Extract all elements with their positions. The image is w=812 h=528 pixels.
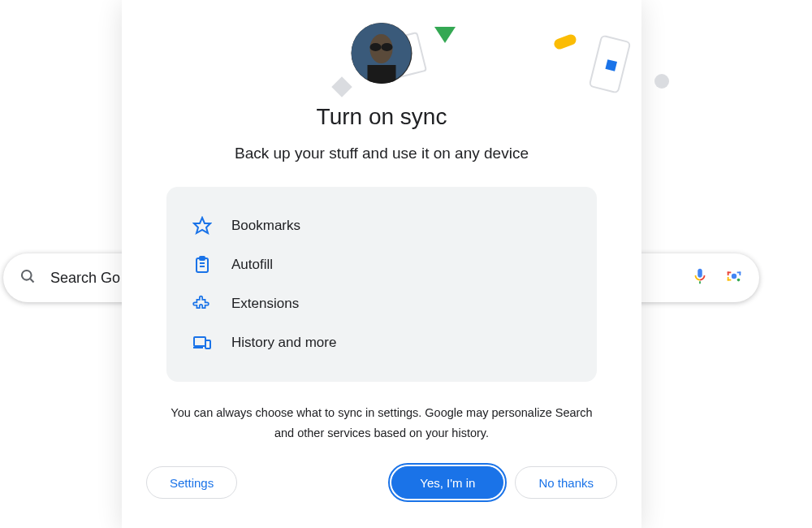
feature-extensions: Extensions <box>192 284 571 323</box>
mic-icon[interactable] <box>691 267 709 288</box>
decline-button[interactable]: No thanks <box>515 466 617 499</box>
devices-icon <box>192 333 212 353</box>
feature-bookmarks: Bookmarks <box>192 206 571 245</box>
feature-label: Autofill <box>231 257 273 273</box>
avatar <box>352 23 412 84</box>
lens-icon[interactable] <box>725 267 743 288</box>
svg-rect-22 <box>205 340 210 348</box>
svg-rect-3 <box>728 272 729 276</box>
svg-rect-5 <box>739 272 741 276</box>
svg-point-9 <box>732 274 736 279</box>
svg-point-0 <box>22 270 32 280</box>
star-icon <box>192 216 212 236</box>
modal-subtitle: Back up your stuff and use it on any dev… <box>235 145 529 162</box>
settings-button[interactable]: Settings <box>146 466 237 499</box>
svg-point-12 <box>370 43 382 51</box>
svg-marker-15 <box>194 218 210 233</box>
hero-illustration <box>122 6 641 100</box>
disclaimer-text: You can always choose what to sync in se… <box>166 403 597 443</box>
feature-label: History and more <box>231 335 336 351</box>
clipboard-icon <box>192 255 212 275</box>
decoration-pill <box>553 33 578 51</box>
search-icon <box>19 268 36 288</box>
svg-point-13 <box>382 43 393 51</box>
modal-title: Turn on sync <box>317 104 447 130</box>
decoration-triangle <box>434 27 456 43</box>
decoration-diamond <box>331 76 352 97</box>
decoration-circle <box>654 74 669 89</box>
svg-point-8 <box>737 279 741 282</box>
svg-rect-14 <box>368 65 396 84</box>
sync-modal: Turn on sync Back up your stuff and use … <box>122 0 641 528</box>
feature-autofill: Autofill <box>192 245 571 284</box>
feature-label: Bookmarks <box>231 218 300 234</box>
svg-line-1 <box>30 279 33 282</box>
svg-rect-7 <box>728 277 729 281</box>
puzzle-icon <box>192 294 212 314</box>
feature-label: Extensions <box>231 296 299 312</box>
confirm-button[interactable]: Yes, I'm in <box>391 466 503 499</box>
button-row: Settings Yes, I'm in No thanks <box>122 466 641 499</box>
feature-history: History and more <box>192 323 571 362</box>
features-card: Bookmarks Autofill Extensions <box>166 187 597 382</box>
svg-rect-20 <box>194 337 205 346</box>
decoration-phone <box>589 34 632 93</box>
